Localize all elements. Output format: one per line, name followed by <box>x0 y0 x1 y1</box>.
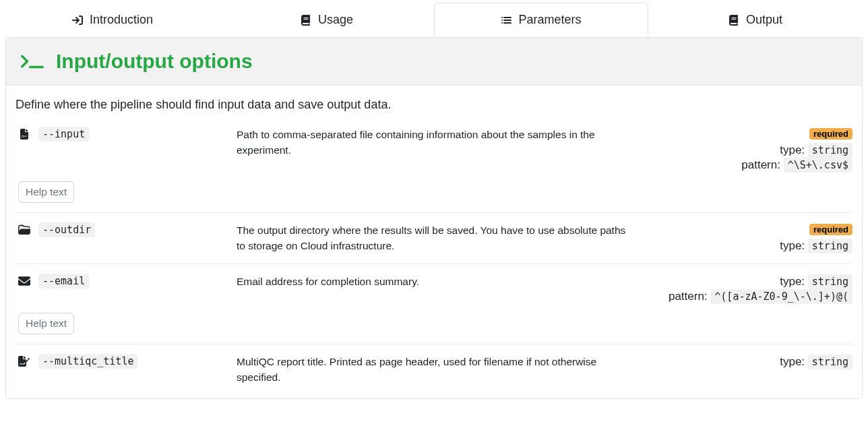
param-flag: --multiqc_title <box>38 354 137 369</box>
param-outdir: --outdir The output directory where the … <box>16 212 852 264</box>
required-badge: required <box>809 224 852 235</box>
section-title: Input/output options <box>56 50 253 73</box>
file-signature-icon <box>18 355 30 367</box>
meta-type-label: type: <box>780 275 805 288</box>
param-flag: --email <box>38 274 89 288</box>
param-flag: --outdir <box>38 222 95 237</box>
tab-label: Usage <box>318 13 353 27</box>
param-pattern: ^\S+\.csv$ <box>784 158 852 173</box>
param-type: string <box>808 239 852 253</box>
folder-open-icon <box>18 224 30 236</box>
meta-pattern-label: pattern: <box>669 290 708 303</box>
param-multiqc-title: --multiqc_title MultiQC report title. Pr… <box>16 344 852 395</box>
help-text-button[interactable]: Help text <box>18 313 74 334</box>
book-icon <box>301 15 311 26</box>
envelope-icon <box>18 275 30 287</box>
terminal-icon <box>21 50 44 73</box>
meta-type-label: type: <box>780 355 805 368</box>
list-icon <box>501 15 512 26</box>
param-flag: --input <box>38 127 89 142</box>
meta-type-label: type: <box>780 239 805 252</box>
section-description: Define where the pipeline should find in… <box>6 86 862 117</box>
param-description: The output directory where the results w… <box>237 222 638 254</box>
section-header: Input/output options <box>6 38 862 86</box>
tab-label: Output <box>746 13 782 27</box>
param-description: Email address for completion summary. <box>237 274 638 289</box>
param-input: --input Path to comma-separated file con… <box>16 117 852 212</box>
param-description: MultiQC report title. Printed as page he… <box>237 354 638 386</box>
param-type: string <box>808 274 852 289</box>
meta-pattern-label: pattern: <box>741 158 780 171</box>
book-icon <box>728 15 739 26</box>
meta-type-label: type: <box>780 144 805 156</box>
file-csv-icon <box>18 128 30 140</box>
panel-parameters: Input/output options Define where the pi… <box>5 37 863 399</box>
help-text-button[interactable]: Help text <box>18 181 74 203</box>
param-type: string <box>808 143 852 158</box>
tab-usage[interactable]: Usage <box>220 3 434 37</box>
required-badge: required <box>809 128 852 140</box>
tab-output[interactable]: Output <box>648 3 863 37</box>
param-pattern: ^([a-zA-Z0-9_\-\.]+)@( <box>710 289 852 304</box>
tab-label: Parameters <box>518 13 581 27</box>
tab-parameters[interactable]: Parameters <box>434 3 648 37</box>
tab-label: Introduction <box>90 13 153 27</box>
tab-introduction[interactable]: Introduction <box>5 3 220 37</box>
tabs-bar: Introduction Usage Parameters Output <box>5 3 863 38</box>
param-type: string <box>808 355 852 369</box>
param-description: Path to comma-separated file containing … <box>237 127 638 158</box>
sign-in-icon <box>72 15 83 26</box>
param-email: --email Email address for completion sum… <box>16 264 852 344</box>
